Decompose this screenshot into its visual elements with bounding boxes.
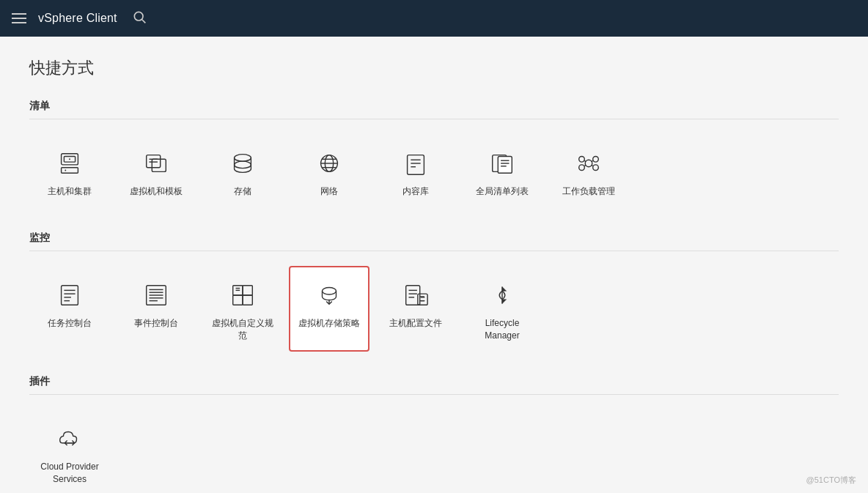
topbar: vSphere Client: [0, 0, 868, 37]
nav-hosts-clusters[interactable]: 主机和集群: [29, 134, 110, 208]
svg-rect-23: [498, 157, 512, 174]
inventory-grid: 主机和集群 虚拟机和模板: [29, 134, 839, 208]
lifecycle-label: LifecycleManager: [485, 317, 519, 342]
workload-label: 工作负载管理: [562, 185, 615, 198]
svg-rect-50: [243, 295, 252, 305]
nav-workload-mgmt[interactable]: 工作负载管理: [548, 134, 629, 208]
nav-event-console[interactable]: 事件控制台: [116, 266, 196, 352]
task-console-label: 任务控制台: [48, 317, 92, 330]
nav-global-inventory[interactable]: 全局清单列表: [462, 134, 542, 208]
svg-point-53: [323, 287, 336, 294]
lifecycle-icon: [486, 279, 518, 311]
section-title-inventory: 清单: [29, 100, 839, 119]
svg-rect-7: [147, 155, 161, 168]
main-content: 快捷方式 清单 主机和集群: [0, 37, 868, 493]
plugins-grid: Cloud ProviderServices: [29, 409, 839, 493]
svg-rect-18: [408, 155, 424, 175]
search-icon[interactable]: [132, 10, 147, 28]
svg-point-31: [593, 165, 599, 171]
workload-icon: [573, 147, 605, 179]
nav-vm-custom-rules[interactable]: 虚拟机自定义规范: [202, 266, 283, 352]
svg-rect-59: [418, 294, 427, 305]
nav-cloud-provider[interactable]: Cloud ProviderServices: [29, 409, 110, 493]
host-profiles-icon: [400, 279, 432, 311]
svg-rect-48: [243, 285, 252, 294]
page-title: 快捷方式: [29, 57, 839, 79]
section-title-monitoring: 监控: [29, 231, 839, 251]
network-label: 网络: [320, 185, 338, 198]
svg-point-0: [134, 12, 143, 21]
nav-content-library[interactable]: 内容库: [375, 134, 456, 208]
nav-task-console[interactable]: 任务控制台: [29, 266, 110, 352]
storage-policy-label: 虚拟机存储策略: [298, 317, 360, 330]
svg-rect-49: [233, 295, 243, 305]
vms-label: 虚拟机和模板: [130, 185, 183, 198]
watermark: @51CTO博客: [806, 475, 856, 486]
svg-rect-36: [62, 285, 78, 305]
event-console-icon: [140, 279, 172, 311]
storage-icon: [227, 147, 259, 179]
content-library-icon: [400, 147, 432, 179]
svg-point-29: [593, 157, 599, 163]
global-inventory-icon: [486, 147, 518, 179]
nav-lifecycle-manager[interactable]: LifecycleManager: [462, 266, 542, 352]
network-icon: [313, 147, 345, 179]
global-inventory-label: 全局清单列表: [476, 185, 529, 198]
storage-policy-icon: [313, 279, 345, 311]
section-title-plugins: 插件: [29, 375, 839, 395]
svg-marker-62: [502, 286, 507, 291]
event-console-label: 事件控制台: [134, 317, 178, 330]
hosts-label: 主机和集群: [48, 185, 92, 198]
svg-rect-3: [62, 168, 78, 174]
svg-point-12: [235, 161, 251, 168]
hosts-icon: [54, 147, 86, 179]
vm-custom-label: 虚拟机自定义规范: [212, 317, 273, 342]
svg-point-30: [579, 165, 585, 171]
content-library-label: 内容库: [402, 185, 429, 198]
cloud-provider-label: Cloud ProviderServices: [40, 461, 98, 486]
svg-rect-8: [152, 159, 166, 171]
app-title: vSphere Client: [38, 12, 117, 25]
section-inventory: 清单 主机和集群: [29, 100, 839, 208]
svg-point-27: [585, 160, 592, 167]
nav-storage[interactable]: 存储: [202, 134, 283, 208]
task-console-icon: [54, 279, 86, 311]
monitoring-grid: 任务控制台 事件控制台: [29, 266, 839, 352]
section-monitoring: 监控 任务控制台: [29, 231, 839, 352]
svg-point-28: [579, 157, 585, 163]
vms-icon: [140, 147, 172, 179]
nav-network[interactable]: 网络: [289, 134, 369, 208]
svg-line-1: [142, 19, 146, 23]
nav-host-profiles[interactable]: 主机配置文件: [375, 266, 456, 352]
host-profiles-label: 主机配置文件: [389, 317, 442, 330]
nav-vm-storage-policies[interactable]: 虚拟机存储策略: [289, 266, 369, 352]
svg-marker-63: [502, 299, 507, 303]
storage-label: 存储: [234, 185, 251, 198]
cloud-provider-icon: [54, 423, 86, 455]
svg-point-11: [235, 155, 251, 162]
section-plugins: 插件 Cloud ProviderServices: [29, 375, 839, 493]
menu-icon[interactable]: [12, 13, 26, 23]
nav-vms-templates[interactable]: 虚拟机和模板: [116, 134, 196, 208]
vm-custom-icon: [227, 279, 259, 311]
